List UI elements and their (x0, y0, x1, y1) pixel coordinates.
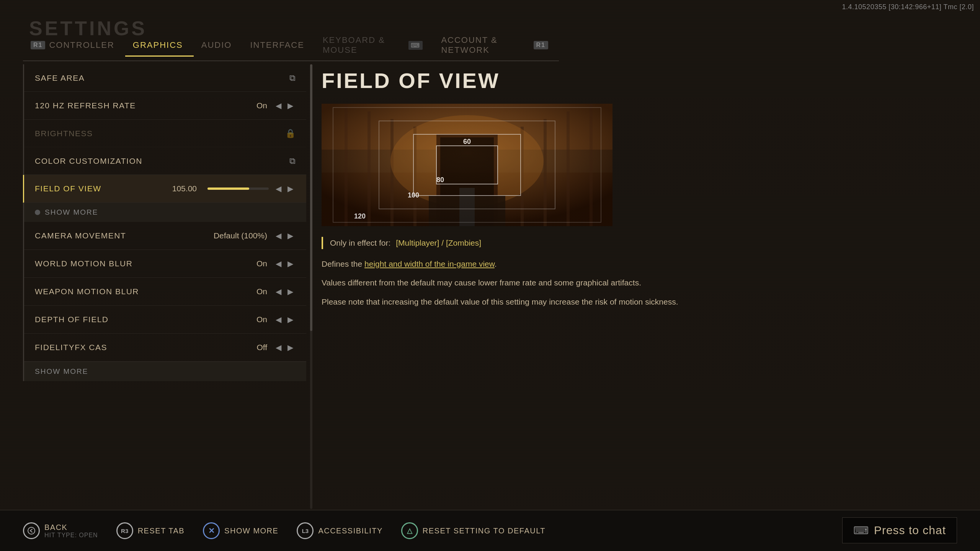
external-link-icon-color: ⧉ (289, 156, 296, 166)
setting-camera-movement[interactable]: CAMERA MOVEMENT Default (100%) ◀ ▶ (24, 222, 306, 250)
show-more-label-2: SHOW MORE (35, 367, 88, 376)
arrow-right-camera[interactable]: ▶ (285, 230, 296, 241)
back-icon-svg (27, 527, 36, 535)
keyboard-icon: ⌨ (408, 41, 423, 50)
setting-120hz-value: On (256, 101, 267, 110)
setting-fidelityfx-label: FIDELITYFX CAS (35, 343, 256, 352)
fov-preview-image: 60 80 100 120 (322, 104, 612, 226)
reset-default-action[interactable]: △ RESET SETTING TO DEFAULT (401, 522, 546, 539)
setting-fidelityfx-value: Off (256, 343, 267, 352)
chat-label: Press to chat (874, 524, 946, 537)
setting-fov-value: 105.00 (172, 184, 197, 193)
arrow-left-120hz[interactable]: ◀ (273, 100, 284, 111)
setting-color-label: COLOR CUSTOMIZATION (35, 156, 289, 166)
arrow-right-120hz[interactable]: ▶ (285, 100, 296, 111)
dof-arrows[interactable]: ◀ ▶ (273, 314, 296, 325)
svg-point-25 (28, 527, 35, 534)
arrow-right-dof[interactable]: ▶ (285, 314, 296, 325)
reset-default-label: RESET SETTING TO DEFAULT (423, 527, 546, 535)
press-to-chat[interactable]: ⌨ Press to chat (842, 517, 957, 543)
detail-title: FIELD OF VIEW (322, 68, 957, 93)
setting-dof-value: On (256, 315, 267, 324)
arrow-right-fidelityfx[interactable]: ▶ (285, 342, 296, 353)
setting-wmb-label: WORLD MOTION BLUR (35, 259, 256, 268)
tab-audio[interactable]: AUDIO (194, 35, 243, 55)
setting-120hz[interactable]: 120 HZ REFRESH RATE On ◀ ▶ (24, 92, 306, 120)
arrow-left-weapon-mb[interactable]: ◀ (273, 286, 284, 297)
note-prefix: Only in effect for: (330, 238, 390, 247)
reset-tab-action[interactable]: R3 RESET TAB (116, 522, 185, 539)
tab-badge-r1: R1 (31, 41, 45, 49)
show-more-row-2[interactable]: SHOW MORE (24, 362, 306, 381)
camera-arrows[interactable]: ◀ ▶ (273, 230, 296, 241)
setting-field-of-view[interactable]: FIELD OF VIEW 105.00 ◀ ▶ (23, 175, 306, 203)
setting-world-motion-blur[interactable]: WORLD MOTION BLUR On ◀ ▶ (24, 250, 306, 278)
back-button-icon[interactable] (23, 522, 40, 539)
tab-account-label: ACCOUNT & NETWORK (441, 35, 529, 55)
show-more-label: SHOW MORE (224, 527, 278, 535)
setting-depth-of-field[interactable]: DEPTH OF FIELD On ◀ ▶ (24, 306, 306, 334)
setting-weapon-mb-label: WEAPON MOTION BLUR (35, 287, 256, 296)
fov-slider-track[interactable] (207, 187, 269, 190)
setting-color-customization[interactable]: COLOR CUSTOMIZATION ⧉ (24, 147, 306, 175)
tab-keyboard-mouse[interactable]: KEYBOARD & MOUSE ⌨ (315, 30, 434, 60)
svg-rect-24 (322, 104, 612, 226)
back-action[interactable]: BACK HIT TYPE: OPEN (23, 522, 98, 539)
setting-120hz-label: 120 HZ REFRESH RATE (35, 101, 256, 110)
setting-brightness-label: BRIGHTNESS (35, 129, 285, 138)
accessibility-label: ACCESSIBILITY (318, 527, 382, 535)
arrow-left-fov[interactable]: ◀ (273, 183, 284, 194)
reset-tab-button-icon[interactable]: R3 (116, 522, 133, 539)
fov-arrows[interactable]: ◀ ▶ (273, 183, 296, 194)
show-more-action[interactable]: ✕ SHOW MORE (203, 522, 278, 539)
reset-default-button-icon[interactable]: △ (401, 522, 418, 539)
reset-tab-label: RESET TAB (138, 527, 185, 535)
fidelityfx-arrows[interactable]: ◀ ▶ (273, 342, 296, 353)
bottom-bar: BACK HIT TYPE: OPEN R3 RESET TAB ✕ SHOW … (0, 510, 980, 551)
setting-weapon-motion-blur[interactable]: WEAPON MOTION BLUR On ◀ ▶ (24, 278, 306, 306)
tab-controller-label: CONTROLLER (49, 40, 114, 50)
accessibility-button-icon[interactable]: L3 (297, 522, 314, 539)
tab-graphics-label: GRAPHICS (133, 40, 183, 50)
tab-graphics[interactable]: GRAPHICS (125, 35, 194, 57)
weapon-mb-arrows[interactable]: ◀ ▶ (273, 286, 296, 297)
fov-slider-container: 105.00 (172, 184, 269, 193)
chat-keyboard-icon: ⌨ (853, 524, 869, 537)
arrow-left-fidelityfx[interactable]: ◀ (273, 342, 284, 353)
version-string: 1.4.10520355 [30:142:966+11] Tmc [2.0] (842, 3, 974, 11)
show-more-button-icon[interactable]: ✕ (203, 522, 220, 539)
fov-desc-1: Defines the height and width of the in-g… (322, 258, 957, 271)
external-link-icon: ⧉ (289, 73, 296, 83)
arrow-left-dof[interactable]: ◀ (273, 314, 284, 325)
back-label: BACK (44, 523, 98, 532)
back-sub-label: HIT TYPE: OPEN (44, 532, 98, 539)
accessibility-action[interactable]: L3 ACCESSIBILITY (297, 522, 382, 539)
wmb-arrows[interactable]: ◀ ▶ (273, 258, 296, 269)
detail-panel: FIELD OF VIEW (322, 64, 957, 509)
arrow-right-wmb[interactable]: ▶ (285, 258, 296, 269)
setting-dof-label: DEPTH OF FIELD (35, 315, 256, 324)
setting-fidelityfx[interactable]: FIDELITYFX CAS Off ◀ ▶ (24, 334, 306, 362)
arrow-left-wmb[interactable]: ◀ (273, 258, 284, 269)
tab-controller[interactable]: R1 CONTROLLER (23, 35, 125, 55)
arrow-right-fov[interactable]: ▶ (285, 183, 296, 194)
scrollbar[interactable] (310, 64, 312, 509)
main-area: SAFE AREA ⧉ 120 HZ REFRESH RATE On ◀ ▶ B… (23, 64, 957, 509)
tab-badge-r1-account: R1 (534, 41, 548, 49)
tab-interface-label: INTERFACE (250, 40, 304, 50)
show-more-row-1[interactable]: SHOW MORE (24, 203, 306, 222)
arrow-right-weapon-mb[interactable]: ▶ (285, 286, 296, 297)
setting-120hz-arrows[interactable]: ◀ ▶ (273, 100, 296, 111)
setting-brightness: BRIGHTNESS 🔒 (24, 120, 306, 147)
show-more-dot-1 (35, 210, 40, 215)
tab-keyboard-label: KEYBOARD & MOUSE (323, 35, 405, 55)
setting-safe-area[interactable]: SAFE AREA ⧉ (24, 64, 306, 92)
tab-interface[interactable]: INTERFACE (242, 35, 315, 55)
tab-account-network[interactable]: ACCOUNT & NETWORK R1 (433, 30, 559, 60)
arrow-left-camera[interactable]: ◀ (273, 230, 284, 241)
setting-weapon-mb-value: On (256, 287, 267, 296)
tab-audio-label: AUDIO (201, 40, 232, 50)
setting-fov-label: FIELD OF VIEW (35, 184, 172, 193)
setting-safe-area-label: SAFE AREA (35, 73, 289, 83)
show-more-label-1: SHOW MORE (45, 208, 98, 217)
